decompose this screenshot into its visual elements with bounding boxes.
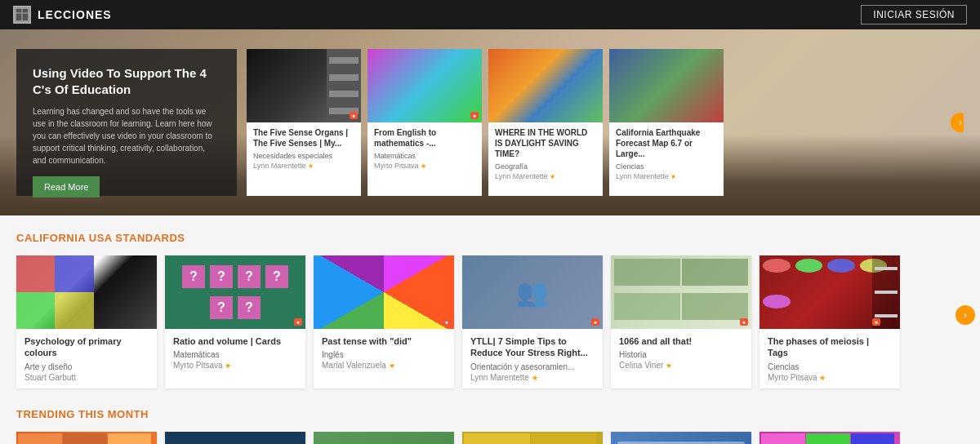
hero-carousel-next[interactable]: › [951,113,964,132]
card-author-1066: Celina Viner ★ [619,361,743,370]
thumb-trend4 [611,432,751,444]
thumb-1066: ● [611,255,751,329]
thumb-trend1 [165,432,305,444]
card-category-1066: Historia [619,350,743,359]
hero-card-thumb-3 [609,49,724,122]
thumb-stress: 👥 ● [462,255,603,329]
card-category-psychology: Arte y diseño [24,362,149,371]
hero-card-thumb-0: ● [247,49,361,122]
trending-card-4[interactable] [611,432,751,444]
thumb-ratio: ? ? ? ? ? ? ● [165,255,305,329]
card-author-stress: Lynn Marentette ★ [470,373,595,382]
card-psychology[interactable]: Psychology of primary colours Arte y dis… [16,255,157,388]
hero-card-body-0: The Five Sense Organs | The Five Senses … [247,122,361,196]
thumb-trend5 [760,432,900,444]
trending-card-3[interactable] [462,432,603,444]
hero-section: Using Video To Support The 4 C's Of Educ… [0,29,980,215]
card-title-ratio: Ratio and volume | Cards [173,335,297,347]
thumb-trend2: 🧍 [314,432,454,444]
card-body-psychology: Psychology of primary colours Arte y dis… [16,329,157,388]
hero-card-author-2: Lynn Marentette ★ [495,172,596,180]
california-carousel-next[interactable]: › [956,305,975,325]
card-author-ratio: Myrto Pitsava ★ [173,361,297,370]
thumb-trend3 [462,432,603,444]
hero-card-body-2: WHERE IN THE WORLD IS DAYLIGHT SAVING TI… [488,122,603,196]
card-stress[interactable]: 👥 ● YTLL| 7 Simple Tips to Reduce Your S… [462,255,603,388]
card-category-meiosis: Ciencias [768,362,892,371]
hero-card-thumb-2 [488,49,603,122]
hero-card-author-0: Lynn Marentette ★ [253,162,354,170]
card-1066[interactable]: ● 1066 and all that! Historia Celina Vin… [611,255,751,388]
trending-card-5[interactable] [760,432,900,444]
card-category-ratio: Matemáticas [173,350,297,359]
card-author-past: Marial Valenzuela ★ [322,361,446,370]
card-author-meiosis: Myrto Pitsava ★ [768,373,892,382]
badge-0: ● [350,112,358,119]
card-body-meiosis: The phases of meiosis | Tags Ciencias My… [760,329,900,388]
california-cards-grid: Psychology of primary colours Arte y dis… [16,255,964,388]
hero-description: Learning has changed and so have the too… [33,105,220,166]
badge-1: ● [470,112,479,119]
card-title-1066: 1066 and all that! [619,335,743,347]
hero-card-category-2: Geografía [495,162,596,171]
card-title-meiosis: The phases of meiosis | Tags [768,335,892,359]
hero-card-title-0: The Five Sense Organs | The Five Senses … [253,127,354,149]
hero-title: Using Video To Support The 4 C's Of Educ… [33,65,220,97]
hero-card-author-1: Myrto Pitsava ★ [374,162,475,170]
card-ratio[interactable]: ? ? ? ? ? ? ● Ratio and volume | Cards M… [165,255,305,388]
hero-card-1[interactable]: ● From English to mathematics -... Matem… [368,49,482,196]
card-title-psychology: Psychology of primary colours [24,335,149,359]
section-trending: TRENDING THIS MONTH [16,408,964,444]
section-california-title: CALIFORNIA USA STANDARDS [16,232,964,244]
section-trending-title: TRENDING THIS MONTH [16,408,964,420]
card-body-1066: 1066 and all that! Historia Celina Viner… [611,329,751,376]
card-author-psychology: Stuart Garbutt [24,373,149,382]
hero-main-card: Using Video To Support The 4 C's Of Educ… [16,49,237,196]
header: LECCIONES INICIAR SESIÓN [0,0,980,29]
thumb-trend0 [16,432,157,444]
hero-card-body-3: California Earthquake Forecast Map 6.7 o… [609,122,724,196]
thumb-past: ● [314,255,454,329]
logo: LECCIONES [13,6,112,24]
card-body-stress: YTLL| 7 Simple Tips to Reduce Your Stres… [462,329,603,388]
login-button[interactable]: INICIAR SESIÓN [861,5,967,24]
section-california: CALIFORNIA USA STANDARDS Psychology of p… [16,232,964,388]
hero-card-category-1: Matemáticas [374,152,475,160]
hero-card-category-3: Ciencias [616,162,717,171]
hero-card-3[interactable]: California Earthquake Forecast Map 6.7 o… [609,49,724,196]
card-meiosis[interactable]: ● The phases of meiosis | Tags Ciencias … [760,255,900,388]
hero-content: Using Video To Support The 4 C's Of Educ… [0,29,980,215]
trending-card-0[interactable] [16,432,157,444]
hero-card-author-3: Lynn Marentette ★ [616,172,717,180]
card-category-stress: Orientación y asesoramien... [470,362,595,371]
trending-card-1[interactable] [165,432,305,444]
card-past-tense[interactable]: ● Past tense with "did" Inglés Marial Va… [314,255,454,388]
hero-card-thumb-1: ● [368,49,482,122]
thumb-meiosis: ● [760,255,900,329]
hero-card-category-0: Necesidades especiales [253,152,354,160]
read-more-button[interactable]: Read More [33,176,100,198]
card-category-past: Inglés [322,350,446,359]
hero-card-title-3: California Earthquake Forecast Map 6.7 o… [616,127,717,159]
card-title-past: Past tense with "did" [322,335,446,347]
logo-text: LECCIONES [38,8,112,21]
hero-card-title-2: WHERE IN THE WORLD IS DAYLIGHT SAVING TI… [495,127,596,159]
card-body-ratio: Ratio and volume | Cards Matemáticas Myr… [165,329,305,376]
card-body-past: Past tense with "did" Inglés Marial Vale… [314,329,454,376]
hero-card-body-1: From English to mathematics -... Matemát… [368,122,482,196]
hero-card-title-1: From English to mathematics -... [374,127,475,149]
card-title-stress: YTLL| 7 Simple Tips to Reduce Your Stres… [470,335,595,359]
trending-cards-grid: 🧍 [16,432,964,444]
hero-card-2[interactable]: WHERE IN THE WORLD IS DAYLIGHT SAVING TI… [488,49,603,196]
trending-card-2[interactable]: 🧍 [314,432,454,444]
thumb-psychology [16,255,157,329]
main-content: CALIFORNIA USA STANDARDS Psychology of p… [0,215,980,444]
logo-icon [13,6,31,24]
hero-carousel: ● The Five Sense Organs | The Five Sense… [247,49,964,196]
hero-card-0[interactable]: ● The Five Sense Organs | The Five Sense… [247,49,361,196]
